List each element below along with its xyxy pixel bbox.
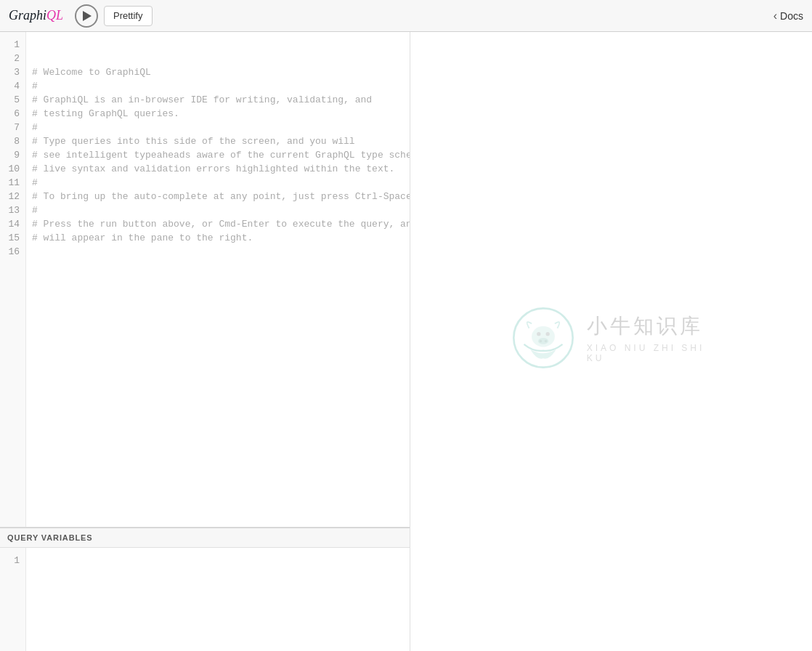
query-variables-header[interactable]: QUERY VARIABLES: [0, 527, 410, 548]
play-icon: [83, 11, 92, 21]
line-num: 1: [0, 38, 25, 52]
code-line: [32, 245, 410, 259]
query-variables-section: QUERY VARIABLES 1: [0, 527, 410, 651]
code-line: # live syntax and validation errors high…: [32, 162, 410, 176]
chevron-left-icon: ‹: [774, 9, 777, 23]
qv-code[interactable]: [26, 548, 410, 651]
line-num: 4: [0, 79, 25, 93]
line-num: 5: [0, 93, 25, 107]
line-num: 16: [0, 245, 25, 259]
run-button[interactable]: [75, 4, 98, 28]
prettify-button[interactable]: Prettify: [104, 6, 152, 26]
qv-line-numbers: 1: [0, 548, 26, 651]
code-line: #: [32, 79, 410, 93]
left-panel: 12345678910111213141516 # Welcome to Gra…: [0, 32, 410, 651]
code-line: # To bring up the auto-complete at any p…: [32, 190, 410, 203]
svg-point-2: [537, 332, 540, 336]
code-line: #: [32, 176, 410, 190]
line-num: 11: [0, 176, 25, 190]
code-line: # testing GraphQL queries.: [32, 107, 410, 121]
code-line: # Welcome to GraphiQL: [32, 65, 410, 79]
horizontal-scrollbar[interactable]: [0, 527, 410, 527]
watermark-pinyin: XIAO NIU ZHI SHI KU: [587, 343, 712, 363]
editor-area[interactable]: 12345678910111213141516 # Welcome to Gra…: [0, 32, 410, 527]
line-num: 7: [0, 121, 25, 134]
line-num: 2: [0, 52, 25, 65]
svg-point-5: [539, 340, 542, 343]
line-num: 9: [0, 148, 25, 162]
qv-line-num: 1: [0, 554, 25, 567]
line-num: 6: [0, 107, 25, 121]
line-num: 13: [0, 203, 25, 217]
code-line: #: [32, 121, 410, 134]
code-editor[interactable]: # Welcome to GraphiQL## GraphiQL is an i…: [26, 32, 410, 527]
code-line: [32, 272, 410, 286]
app-title: GraphiQL: [9, 8, 63, 23]
svg-point-3: [545, 332, 549, 336]
app-title-graphi: Graphi: [9, 8, 46, 23]
docs-label: Docs: [780, 10, 803, 22]
line-num: 3: [0, 65, 25, 79]
line-numbers: 12345678910111213141516: [0, 32, 26, 527]
main-area: 12345678910111213141516 # Welcome to Gra…: [0, 32, 812, 651]
watermark-chinese: 小牛知识库: [587, 312, 712, 340]
editor-content: 12345678910111213141516 # Welcome to Gra…: [0, 32, 410, 527]
code-line: # see intelligent typeaheads aware of th…: [32, 148, 410, 162]
watermark-logo: [511, 302, 575, 374]
code-line: # Press the run button above, or Cmd-Ent…: [32, 217, 410, 231]
line-num: 10: [0, 162, 25, 176]
app-title-ql: QL: [46, 8, 63, 23]
docs-link[interactable]: ‹ Docs: [774, 9, 803, 23]
svg-point-6: [544, 340, 547, 343]
code-line: # will appear in the pane to the right.: [32, 231, 410, 245]
line-num: 14: [0, 217, 25, 231]
code-line: #: [32, 203, 410, 217]
watermark: 小牛知识库 XIAO NIU ZHI SHI KU: [511, 302, 712, 374]
right-panel: 小牛知识库 XIAO NIU ZHI SHI KU: [410, 32, 812, 651]
line-num: 15: [0, 231, 25, 245]
code-line: # Type queries into this side of the scr…: [32, 134, 410, 148]
line-num: 8: [0, 134, 25, 148]
query-variables-editor[interactable]: 1: [0, 548, 410, 651]
watermark-text: 小牛知识库 XIAO NIU ZHI SHI KU: [587, 312, 712, 363]
code-line: # GraphiQL is an in-browser IDE for writ…: [32, 93, 410, 107]
line-num: 12: [0, 190, 25, 203]
code-line: [32, 259, 410, 272]
toolbar: GraphiQL Prettify ‹ Docs: [0, 0, 812, 32]
